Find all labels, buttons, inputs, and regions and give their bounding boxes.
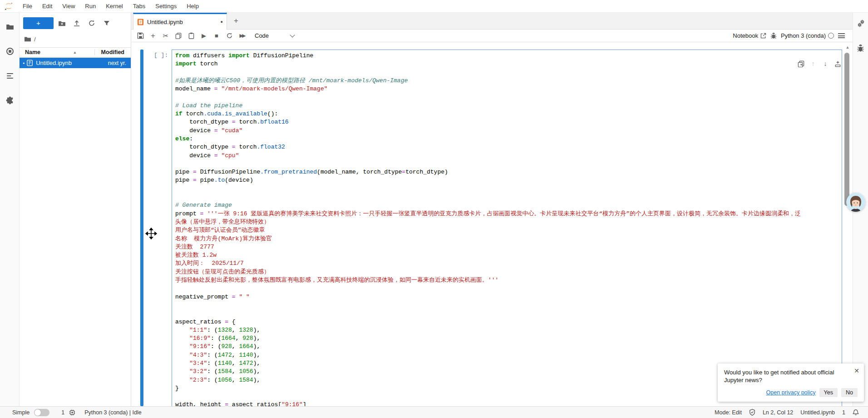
code-line[interactable] xyxy=(175,93,842,101)
code-line[interactable]: aspect_ratios = { xyxy=(175,318,842,326)
code-line[interactable] xyxy=(175,193,842,201)
upload-icon[interactable] xyxy=(70,17,84,29)
sort-ascending-icon[interactable]: ▲ xyxy=(73,50,77,55)
code-line[interactable] xyxy=(175,185,842,193)
code-line[interactable]: "16:9": (1664, 928), xyxy=(175,334,842,343)
code-line[interactable]: negative_prompt = " " xyxy=(175,293,842,301)
bell-icon[interactable] xyxy=(853,409,859,416)
move-cell-down-icon[interactable]: ↓ xyxy=(820,59,830,68)
trust-shield-icon[interactable] xyxy=(749,409,755,416)
code-line[interactable]: device = "cuda" xyxy=(175,127,842,135)
new-folder-icon[interactable] xyxy=(55,17,69,29)
code-line[interactable]: 名称 模力方舟(MoArk)算力体验官 xyxy=(175,235,842,243)
menu-item-run[interactable]: Run xyxy=(80,0,101,12)
refresh-icon[interactable] xyxy=(85,17,99,29)
kernel-sessions-icon[interactable] xyxy=(69,409,75,416)
tab-dirty-dot-icon[interactable]: ● xyxy=(221,20,223,24)
cell-type-dropdown[interactable]: Code xyxy=(255,31,296,41)
code-line[interactable]: 加入时间： 2025/11/7 xyxy=(175,259,842,268)
cursor-position[interactable]: Ln 2, Col 12 xyxy=(763,409,793,416)
notification-count[interactable]: 1 xyxy=(842,409,845,416)
filter-icon[interactable] xyxy=(100,17,113,29)
code-cell-editor[interactable]: from diffusers import DiffusionPipelinei… xyxy=(172,50,842,406)
code-line[interactable]: prompt = '''一张 9:16 竖版逼真的赛博美学未来社交资料卡照片：一… xyxy=(175,210,842,218)
menu-item-help[interactable]: Help xyxy=(182,0,204,12)
code-line[interactable]: 被关注数 1.2w xyxy=(175,251,842,259)
code-line[interactable] xyxy=(175,309,842,318)
code-line[interactable]: "9:16": (928, 1664), xyxy=(175,343,842,351)
copy-cells-button[interactable] xyxy=(172,30,185,41)
restart-kernel-button[interactable] xyxy=(223,30,236,41)
new-launcher-button[interactable]: + xyxy=(23,17,54,29)
duplicate-cell-icon[interactable] xyxy=(796,59,806,68)
tab-untitled-notebook[interactable]: Untitled.ipynb ● xyxy=(133,13,227,30)
table-of-contents-tab-icon[interactable] xyxy=(6,72,14,80)
new-tab-button[interactable]: + xyxy=(230,15,242,27)
code-line[interactable]: from diffusers import DiffusionPipeline xyxy=(175,52,842,60)
code-line[interactable]: #如果是沐曦的曦云C500，可使用内置的模型路径 /mnt/moark-mode… xyxy=(175,77,842,85)
cell-collapser-bar[interactable] xyxy=(140,50,143,406)
code-line[interactable]: model_name = "/mnt/moark-models/Qwen-Ima… xyxy=(175,85,842,93)
vertical-scrollbar-thumb[interactable] xyxy=(844,53,849,206)
kernel-selector[interactable]: Python 3 (conda) xyxy=(781,32,834,39)
debugger-tab-icon[interactable] xyxy=(857,45,864,52)
code-line[interactable]: width, height = aspect_ratios["9:16"] xyxy=(175,401,842,406)
column-name[interactable]: Name xyxy=(25,49,40,55)
code-line[interactable]: "4:3": (1472, 1140), xyxy=(175,351,842,359)
extension-manager-tab-icon[interactable] xyxy=(6,96,14,104)
yes-button[interactable]: Yes xyxy=(819,388,838,397)
code-line[interactable]: torch_dtype = torch.bfloat16 xyxy=(175,118,842,126)
property-inspector-tab-icon[interactable] xyxy=(857,19,865,28)
cut-cells-button[interactable]: ✂ xyxy=(159,30,172,41)
code-line[interactable]: else: xyxy=(175,135,842,143)
code-line[interactable]: device = "cpu" xyxy=(175,152,842,160)
code-line[interactable] xyxy=(175,69,842,77)
code-line[interactable]: 手指轻触处反射出柔和光影，整体氛围既富有电影感，又充满高科技终端的沉浸体验，如同… xyxy=(175,276,842,284)
running-sessions-tab-icon[interactable] xyxy=(6,47,14,55)
insert-cell-above-icon[interactable] xyxy=(833,59,842,68)
restart-run-all-button[interactable]: ▶▶ xyxy=(236,30,248,41)
privacy-policy-link[interactable]: Open privacy policy xyxy=(766,389,816,396)
code-line[interactable]: 用户名与顶部“认证会员”动态徽章 xyxy=(175,226,842,234)
breadcrumb-root[interactable]: / xyxy=(34,36,36,43)
session-count[interactable]: 1 xyxy=(61,409,64,416)
insert-cell-button[interactable]: + xyxy=(147,30,159,41)
interrupt-kernel-button[interactable]: ■ xyxy=(210,30,223,41)
menu-item-settings[interactable]: Settings xyxy=(150,0,182,12)
code-line[interactable] xyxy=(175,160,842,168)
code-line[interactable]: import torch xyxy=(175,60,842,68)
menu-item-kernel[interactable]: Kernel xyxy=(101,0,128,12)
debugger-icon[interactable] xyxy=(770,33,777,39)
no-button[interactable]: No xyxy=(841,388,858,397)
menu-item-view[interactable]: View xyxy=(57,0,80,12)
kernel-status-text[interactable]: Python 3 (conda) | Idle xyxy=(84,409,142,416)
code-line[interactable] xyxy=(175,284,842,293)
code-line[interactable]: # Generate image xyxy=(175,201,842,209)
simple-mode-toggle[interactable] xyxy=(34,409,49,416)
code-line[interactable]: # Load the pipeline xyxy=(175,102,842,110)
code-line[interactable]: torch_dtype = torch.float32 xyxy=(175,143,842,151)
code-line[interactable]: 头像（居中悬浮，带全息环绕特效） xyxy=(175,218,842,226)
run-cell-button[interactable]: ▶ xyxy=(197,30,210,41)
assistant-avatar[interactable] xyxy=(846,193,865,212)
save-button[interactable] xyxy=(134,30,147,41)
file-row-selected[interactable]: ● Untitled.ipynb next yr. xyxy=(20,58,131,68)
scrollbar-up-arrow-icon[interactable]: ▲ xyxy=(844,45,851,50)
menu-item-tabs[interactable]: Tabs xyxy=(128,0,150,12)
code-line[interactable]: pipe = pipe.to(device) xyxy=(175,176,842,184)
close-icon[interactable]: ✕ xyxy=(854,367,859,374)
code-line[interactable]: 关注按钮（呈现可点击的柔光质感） xyxy=(175,268,842,276)
code-line[interactable]: pipe = DiffusionPipeline.from_pretrained… xyxy=(175,168,842,176)
code-line[interactable]: if torch.cuda.is_available(): xyxy=(175,110,842,118)
notebook-kernel-link[interactable]: Notebook xyxy=(733,32,766,39)
breadcrumb[interactable]: / xyxy=(24,35,36,44)
file-browser-tab-icon[interactable] xyxy=(6,23,14,31)
move-cell-up-icon[interactable]: ↑ xyxy=(808,59,818,68)
code-line[interactable] xyxy=(175,301,842,309)
code-line[interactable]: 关注数 2777 xyxy=(175,243,842,251)
code-line[interactable]: "1:1": (1328, 1328), xyxy=(175,326,842,334)
column-modified[interactable]: Modified xyxy=(94,49,124,55)
paste-cells-button[interactable] xyxy=(185,30,197,41)
collapse-toolbar-icon[interactable] xyxy=(838,33,845,38)
menu-item-file[interactable]: File xyxy=(18,0,37,12)
